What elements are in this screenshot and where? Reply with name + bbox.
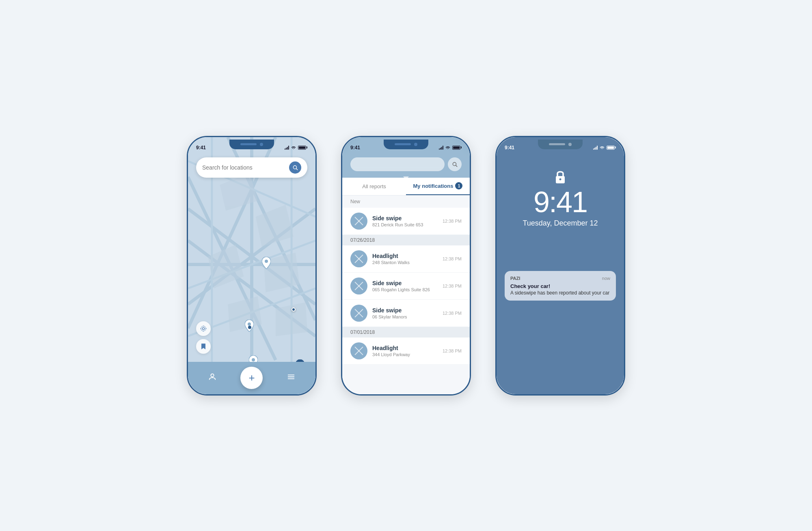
- report-address-1: 821 Derick Run Suite 653: [372, 222, 438, 227]
- tab-all-reports[interactable]: All reports: [342, 178, 406, 195]
- bookmark-icon: [200, 343, 207, 350]
- map-search-bar[interactable]: [196, 157, 307, 178]
- report-item-new[interactable]: Side swipe 821 Derick Run Suite 653 12:3…: [342, 208, 470, 235]
- person-icon: [208, 372, 217, 381]
- svg-point-24: [252, 358, 255, 361]
- wifi-icon-lock: [599, 146, 605, 150]
- report-item-5[interactable]: Headlight 344 Lloyd Parkway 12:38 PM: [342, 338, 470, 365]
- battery-icon-map: [298, 146, 307, 150]
- lock-notif-app: PAZI: [510, 276, 520, 281]
- report-address-4: 06 Skylar Manors: [372, 314, 438, 319]
- report-title-3: Side swipe: [372, 280, 438, 286]
- status-icons-lock: [593, 146, 616, 150]
- map-dot-1[interactable]: [292, 307, 296, 312]
- status-bar-lock: 9:41: [497, 137, 624, 155]
- notch-lock: [538, 140, 583, 149]
- report-time-1: 12:38 PM: [443, 219, 462, 224]
- report-title-5: Headlight: [372, 345, 438, 351]
- report-title-4: Side swipe: [372, 307, 438, 314]
- notch-reports: [384, 140, 428, 149]
- reports-search-button[interactable]: [448, 157, 462, 171]
- reports-tabs: All reports My notifications 1: [342, 178, 470, 196]
- report-address-3: 065 Rogahn Lights Suite 826: [372, 287, 438, 292]
- time-map: 9:41: [196, 145, 206, 150]
- report-title-2: Headlight: [372, 253, 438, 259]
- lock-date-display: Tuesday, December 12: [523, 219, 598, 228]
- phone-reports: 9:41: [341, 136, 471, 396]
- wifi-icon-map: [291, 146, 296, 150]
- map-pin-1[interactable]: [262, 257, 271, 271]
- signal-icon-map: [285, 146, 289, 150]
- svg-point-32: [211, 374, 214, 377]
- svg-point-27: [201, 326, 206, 331]
- svg-point-22: [265, 260, 268, 263]
- signal-icon-lock: [593, 146, 598, 150]
- report-item-4[interactable]: Side swipe 06 Skylar Manors 12:38 PM: [342, 300, 470, 327]
- tab-my-notifications[interactable]: My notifications 1: [406, 178, 470, 195]
- svg-point-23: [248, 322, 251, 326]
- bookmark-button[interactable]: [196, 339, 211, 354]
- status-bar-reports: 9:41: [342, 137, 470, 155]
- reports-list: New Side swipe 821 Derick Run Suite 653 …: [342, 196, 470, 394]
- report-title-1: Side swipe: [372, 215, 438, 221]
- report-time-2: 12:38 PM: [443, 256, 462, 261]
- lock-time-display: 9:41: [533, 187, 587, 217]
- report-info-1: Side swipe 821 Derick Run Suite 653: [372, 215, 438, 227]
- section-header-1: 07/26/2018: [342, 235, 470, 245]
- lock-screen-content: 9:41 Tuesday, December 12: [497, 170, 624, 228]
- phone-lock: 9:41: [495, 136, 625, 396]
- map-dot-small: [248, 326, 251, 329]
- report-icon-4: [350, 305, 367, 322]
- report-info-4: Side swipe 06 Skylar Manors: [372, 307, 438, 319]
- notch-map: [229, 140, 274, 149]
- battery-icon-reports: [452, 146, 462, 150]
- location-button[interactable]: [196, 321, 211, 336]
- notification-badge: 1: [455, 182, 462, 189]
- profile-nav-item[interactable]: [208, 372, 217, 383]
- add-icon: +: [248, 372, 255, 384]
- lock-icon: [553, 170, 568, 184]
- report-address-2: 248 Stanton Walks: [372, 260, 438, 265]
- status-icons-map: [285, 146, 307, 150]
- reports-search-bar[interactable]: [350, 157, 445, 171]
- svg-line-21: [296, 168, 298, 170]
- report-time-5: 12:38 PM: [443, 348, 462, 353]
- search-icon-reports: [452, 161, 458, 167]
- search-button[interactable]: [289, 161, 301, 174]
- report-info-3: Side swipe 065 Rogahn Lights Suite 826: [372, 280, 438, 292]
- report-time-4: 12:38 PM: [443, 311, 462, 316]
- menu-nav-item[interactable]: [287, 372, 296, 383]
- lock-notification[interactable]: PAZI now Check your car! A sideswipe has…: [505, 271, 616, 301]
- report-icon-3: [350, 277, 367, 295]
- time-reports: 9:41: [350, 145, 360, 150]
- report-address-5: 344 Lloyd Parkway: [372, 352, 438, 357]
- menu-icon: [287, 372, 296, 381]
- status-icons-reports: [439, 146, 462, 150]
- map-mini-buttons: [196, 321, 211, 354]
- svg-point-39: [559, 178, 561, 180]
- reports-search-area: [350, 157, 462, 171]
- report-icon-5: [350, 342, 367, 359]
- lock-notif-title: Check your car!: [510, 283, 610, 289]
- new-section-label: New: [342, 196, 470, 208]
- wifi-icon-reports: [445, 146, 451, 150]
- section-header-2: 07/01/2018: [342, 327, 470, 338]
- lock-notif-header: PAZI now: [510, 276, 610, 281]
- time-lock: 9:41: [505, 145, 514, 150]
- add-button[interactable]: +: [240, 367, 263, 389]
- location-icon: [200, 325, 207, 332]
- report-time-3: 12:38 PM: [443, 284, 462, 288]
- report-info-5: Headlight 344 Lloyd Parkway: [372, 345, 438, 357]
- padlock-icon: [554, 170, 566, 184]
- report-info-2: Headlight 248 Stanton Walks: [372, 253, 438, 265]
- signal-icon-reports: [439, 146, 443, 150]
- lock-notif-time: now: [602, 276, 610, 281]
- bottom-nav-map: +: [188, 362, 315, 394]
- svg-point-26: [202, 327, 204, 329]
- report-item-2[interactable]: Headlight 248 Stanton Walks 12:38 PM: [342, 245, 470, 273]
- search-input[interactable]: [202, 164, 289, 171]
- report-item-3[interactable]: Side swipe 065 Rogahn Lights Suite 826 1…: [342, 273, 470, 300]
- lock-notif-body: A sideswipe has been reported about your…: [510, 290, 610, 296]
- phone-map: 9:41: [187, 136, 317, 396]
- report-icon-2: [350, 250, 367, 267]
